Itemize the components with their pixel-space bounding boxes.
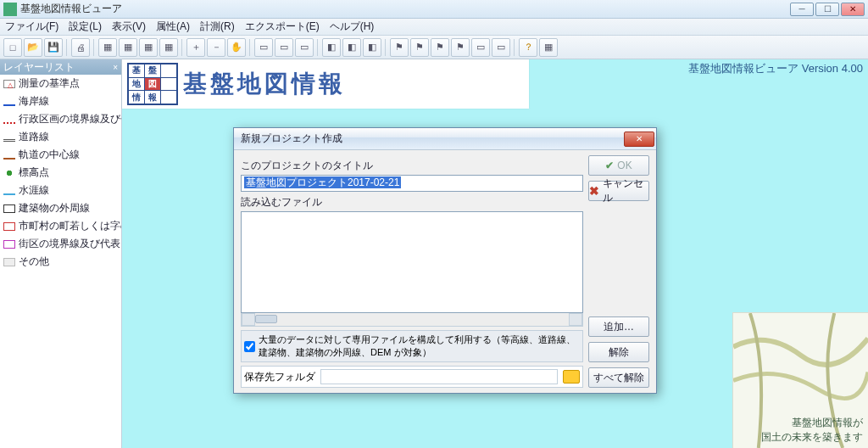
tool-icon[interactable]: ◧ xyxy=(342,38,361,57)
tool-icon[interactable]: ◧ xyxy=(363,38,381,57)
tool-icon[interactable]: ▭ xyxy=(254,38,273,57)
layer-item[interactable]: その他 xyxy=(0,253,121,271)
open-icon[interactable]: 📂 xyxy=(24,38,42,57)
menu-export[interactable]: エクスポート(E) xyxy=(245,20,320,34)
save-icon[interactable]: 💾 xyxy=(44,38,63,57)
app-banner: 基盤 地図 情報 基盤地図情報 xyxy=(122,59,529,109)
version-text: 基盤地図情報ビューア Version 4.00 xyxy=(688,61,863,76)
layer-item[interactable]: 建築物の外周線 xyxy=(0,199,121,217)
tool-icon[interactable]: ▦ xyxy=(539,38,558,57)
app-icon xyxy=(3,3,17,16)
sidebar-header: レイヤーリスト × xyxy=(0,59,121,75)
horizontal-scrollbar[interactable] xyxy=(241,313,583,327)
save-folder-label: 保存先フォルダ xyxy=(244,370,315,384)
dialog-close-button[interactable]: ✕ xyxy=(624,132,654,147)
dialog-title: 新規プロジェクト作成 xyxy=(241,132,624,146)
layer-item[interactable]: 標高点 xyxy=(0,164,121,182)
flag-icon[interactable]: ⚑ xyxy=(451,38,470,57)
files-label: 読み込むファイル xyxy=(241,195,583,210)
tool-icon[interactable]: ▦ xyxy=(139,38,158,57)
browse-folder-icon[interactable] xyxy=(563,370,580,384)
window-titlebar: 基盤地図情報ビューア ─ ☐ ✕ xyxy=(0,0,868,19)
menu-attr[interactable]: 属性(A) xyxy=(156,20,190,34)
project-title-label: このプロジェクトのタイトル xyxy=(241,159,583,173)
menu-help[interactable]: ヘルプ(H) xyxy=(330,20,375,34)
sidebar-title: レイヤーリスト xyxy=(3,60,75,75)
menu-settings[interactable]: 設定(L) xyxy=(69,20,102,34)
maximize-button[interactable]: ☐ xyxy=(815,3,839,16)
new-icon[interactable]: □ xyxy=(3,38,22,57)
minimize-button[interactable]: ─ xyxy=(790,3,814,16)
cancel-button[interactable]: ✖キャンセル xyxy=(588,181,649,201)
tool-icon[interactable]: ▦ xyxy=(98,38,117,57)
zoom-out-icon[interactable]: － xyxy=(207,38,225,57)
add-button[interactable]: 追加… xyxy=(588,316,649,337)
banner-logo: 基盤 地図 情報 xyxy=(127,63,178,105)
largefile-checkbox[interactable] xyxy=(244,341,255,352)
menu-view[interactable]: 表示(V) xyxy=(112,20,146,34)
tool-icon[interactable]: ▭ xyxy=(275,38,293,57)
layer-item[interactable]: △測量の基準点 xyxy=(0,75,121,92)
menu-file[interactable]: ファイル(F) xyxy=(5,20,58,34)
zoom-in-icon[interactable]: ＋ xyxy=(186,38,205,57)
flag-icon[interactable]: ⚑ xyxy=(431,38,449,57)
remove-button[interactable]: 解除 xyxy=(588,342,649,362)
preview-line2: 国土の未来を築きます xyxy=(761,430,863,445)
layer-item[interactable]: 街区の境界線及び代表点 xyxy=(0,235,121,253)
remove-all-button[interactable]: すべて解除 xyxy=(588,367,649,388)
layer-sidebar: レイヤーリスト × △測量の基準点 海岸線 行政区画の境界線及び代表点 道路線 … xyxy=(0,59,122,448)
new-project-dialog: 新規プロジェクト作成 ✕ このプロジェクトのタイトル 基盤地図プロジェクト201… xyxy=(233,127,657,394)
flag-icon[interactable]: ⚑ xyxy=(410,38,429,57)
layer-item[interactable]: 行政区画の境界線及び代表点 xyxy=(0,110,121,128)
layer-item[interactable]: 海岸線 xyxy=(0,92,121,110)
sidebar-close-icon[interactable]: × xyxy=(113,63,118,72)
layer-item[interactable]: 市町村の町若しくは字の境… xyxy=(0,217,121,235)
menu-measure[interactable]: 計測(R) xyxy=(200,20,235,34)
preview-line1: 基盤地図情報が xyxy=(761,416,863,430)
layer-item[interactable]: 道路線 xyxy=(0,128,121,146)
help-icon[interactable]: ？ xyxy=(519,38,537,57)
banner-title: 基盤地図情報 xyxy=(183,68,346,100)
layer-item[interactable]: 水涯線 xyxy=(0,182,121,199)
print-icon[interactable]: 🖨 xyxy=(71,38,90,57)
map-preview: 基盤地図情報が 国土の未来を築きます xyxy=(732,312,868,448)
window-title: 基盤地図情報ビューア xyxy=(20,2,790,16)
files-listbox[interactable] xyxy=(241,211,583,313)
tool-icon[interactable]: ▦ xyxy=(119,38,137,57)
project-title-input[interactable]: 基盤地図プロジェクト2017-02-21 xyxy=(241,175,583,192)
largefile-label: 大量のデータに対して専用ファイルを構成して利用する（等高線、道路線、建築物、建築… xyxy=(259,333,580,359)
ok-button[interactable]: ✔OK xyxy=(588,155,649,176)
toolbar: □ 📂 💾 🖨 ▦ ▦ ▦ ▦ ＋ － ✋ ▭ ▭ ▭ ◧ ◧ ◧ ⚑ ⚑ ⚑ … xyxy=(0,36,868,59)
save-folder-input[interactable] xyxy=(320,369,558,384)
tool-icon[interactable]: ◧ xyxy=(322,38,341,57)
tool-icon[interactable]: ▭ xyxy=(492,38,510,57)
tool-icon[interactable]: ▭ xyxy=(471,38,490,57)
menubar: ファイル(F) 設定(L) 表示(V) 属性(A) 計測(R) エクスポート(E… xyxy=(0,19,868,36)
close-button[interactable]: ✕ xyxy=(841,3,865,16)
tool-icon[interactable]: ▭ xyxy=(295,38,314,57)
tool-icon[interactable]: ▦ xyxy=(159,38,178,57)
layer-item[interactable]: 軌道の中心線 xyxy=(0,146,121,164)
flag-icon[interactable]: ⚑ xyxy=(390,38,409,57)
dialog-titlebar[interactable]: 新規プロジェクト作成 ✕ xyxy=(234,128,656,150)
pan-icon[interactable]: ✋ xyxy=(227,38,246,57)
